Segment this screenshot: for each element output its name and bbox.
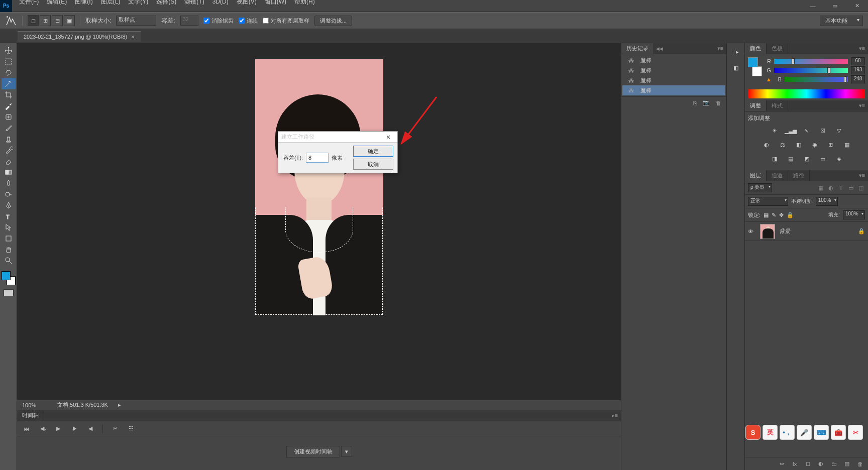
healing-brush-tool[interactable] [2,111,16,123]
layer-style-icon[interactable]: fx [791,461,799,467]
color-tab[interactable]: 颜色 [745,43,767,54]
ime-lang-button[interactable]: 英 [763,425,778,440]
gamut-warning-icon[interactable]: ▲ [766,76,772,82]
new-layer-icon[interactable]: ▤ [843,460,851,467]
workspace-dropdown[interactable]: 基本功能 [820,16,863,26]
history-item[interactable]: ⁂魔棒 [622,75,725,85]
selection-add[interactable]: ⊞ [40,15,51,26]
r-slider[interactable] [774,59,848,64]
menu-3d[interactable]: 3D(D) [208,0,233,7]
contiguous-checkbox[interactable]: 连续 [239,17,258,25]
vibrance-icon[interactable]: ▽ [833,125,844,136]
layer-thumbnail[interactable] [760,224,775,239]
g-slider[interactable] [774,68,848,73]
dialog-tolerance-input[interactable] [306,153,329,163]
color-balance-icon[interactable]: ⚖ [777,139,788,150]
eraser-tool[interactable] [2,156,16,167]
ime-logo-icon[interactable]: S [745,425,761,440]
filter-pixel-icon[interactable]: ▦ [817,184,825,192]
photo-filter-icon[interactable]: ◉ [809,139,820,150]
invert-icon[interactable]: ◨ [769,153,780,164]
collapsed-panel-icon[interactable]: ◧ [729,61,742,74]
dialog-ok-button[interactable]: 确定 [353,146,393,157]
styles-tab[interactable]: 样式 [767,100,788,111]
doc-info-arrow-icon[interactable]: ▸ [118,402,121,408]
color-ramp[interactable] [748,89,865,98]
blur-tool[interactable] [2,178,16,189]
b-value[interactable]: 248 [851,75,865,83]
canvas-viewport[interactable]: 建立工作路径 × 容差(T): 像素 确定 取消 [17,43,621,400]
fill-value[interactable]: 100% [843,210,865,219]
menu-view[interactable]: 视图(V) [233,0,261,8]
opacity-value[interactable]: 100% [816,197,838,206]
gradient-map-icon[interactable]: ▭ [817,153,828,164]
color-lookup-icon[interactable]: ▦ [841,139,852,150]
snapshot-icon[interactable]: 📷 [703,99,710,106]
swatches-tab[interactable]: 色板 [767,43,788,54]
menu-file[interactable]: 文件(F) [15,0,43,8]
menu-select[interactable]: 选择(S) [152,0,180,8]
trash-icon[interactable]: 🗑 [716,100,721,106]
levels-icon[interactable]: ▁▃▅ [785,125,796,136]
dialog-cancel-button[interactable]: 取消 [353,159,393,170]
dialog-close-button[interactable]: × [382,133,394,141]
hand-tool[interactable] [2,244,16,255]
panel-menu-icon[interactable]: ▾≡ [856,45,868,52]
minimize-button[interactable]: — [805,1,821,11]
collapsed-panel-icon[interactable]: ≡▸ [729,45,742,58]
selective-color-icon[interactable]: ◈ [833,153,844,164]
type-tool[interactable]: T [2,211,16,222]
ime-skin-icon[interactable]: ✂ [848,425,863,440]
channel-mixer-icon[interactable]: ⊞ [825,139,836,150]
magic-wand-tool[interactable] [2,78,16,89]
filter-adjust-icon[interactable]: ◐ [827,184,835,192]
g-value[interactable]: 193 [851,66,865,74]
menu-type[interactable]: 文字(Y) [124,0,152,8]
menu-filter[interactable]: 滤镜(T) [180,0,208,8]
adjustments-tab[interactable]: 调整 [745,100,767,111]
menu-image[interactable]: 图像(I) [71,0,96,8]
panel-menu-icon[interactable]: ▸≡ [609,412,621,419]
fg-color-preview[interactable] [748,57,758,67]
threshold-icon[interactable]: ◩ [801,153,812,164]
lock-all-icon[interactable]: 🔒 [787,212,794,218]
zoom-level[interactable]: 100% [22,402,47,408]
tab-close-icon[interactable]: × [131,34,134,40]
layer-row[interactable]: 👁 背景 🔒 [745,222,868,241]
filter-shape-icon[interactable]: ▭ [847,184,855,192]
timeline-tab[interactable]: 时间轴 [17,410,44,421]
path-selection-tool[interactable] [2,222,16,233]
scissors-icon[interactable]: ✂ [111,425,119,432]
menu-window[interactable]: 窗口(W) [261,0,290,8]
next-frame-icon[interactable]: 𝅘▶ [70,425,78,432]
panel-collapse-icon[interactable]: ◀◀ [654,46,665,51]
paths-tab[interactable]: 路径 [788,170,810,181]
selection-new[interactable]: ◻ [28,15,39,26]
layer-lock-icon[interactable]: 🔒 [858,228,865,234]
menu-help[interactable]: 帮助(H) [290,0,319,8]
panel-menu-icon[interactable]: ▾≡ [856,102,868,109]
gradient-tool[interactable] [2,167,16,178]
shape-tool[interactable] [2,233,16,244]
lock-position-icon[interactable]: ✥ [779,212,784,218]
ime-keyboard-icon[interactable]: ⌨ [814,425,829,440]
channels-tab[interactable]: 通道 [767,170,788,181]
curves-icon[interactable]: ∿ [801,125,812,136]
history-item[interactable]: ⁂魔棒 [622,65,725,75]
tolerance-input[interactable]: 32 [180,16,198,26]
dialog-titlebar[interactable]: 建立工作路径 × [278,132,397,143]
close-button[interactable]: ✕ [849,1,865,11]
menu-layer[interactable]: 图层(L) [97,0,125,8]
transition-icon[interactable]: ☳ [127,425,135,432]
eyedropper-tool[interactable] [2,100,16,111]
b-slider[interactable] [785,77,848,82]
zoom-tool[interactable] [2,255,16,266]
play-icon[interactable]: ▶ [54,425,62,432]
current-tool-icon[interactable] [5,15,17,27]
bw-icon[interactable]: ◧ [793,139,804,150]
adjustment-layer-icon[interactable]: ◐ [817,460,825,467]
link-layers-icon[interactable]: ⇔ [778,460,786,467]
lock-transparent-icon[interactable]: ▦ [764,212,769,218]
layer-mask-icon[interactable]: ◻ [804,460,812,467]
filter-type-icon[interactable]: T [837,184,845,192]
